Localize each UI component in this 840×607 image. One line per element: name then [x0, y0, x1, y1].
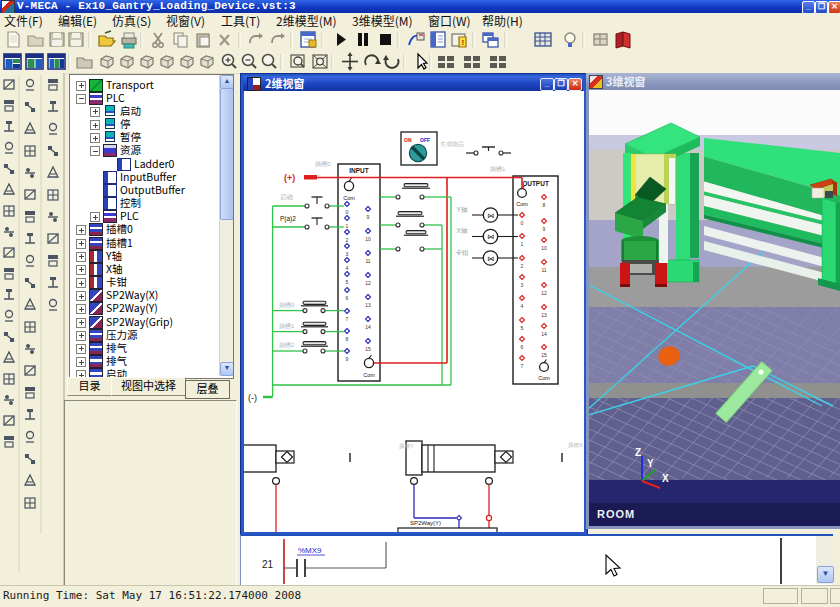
svg-text:(+): (+): [284, 173, 295, 183]
toolbar-view: [0, 51, 840, 74]
svg-text:SP2Way(Y): SP2Way(Y): [410, 520, 441, 526]
ladder-window: 21%MX9 ▼: [240, 534, 833, 588]
layer-panel: [64, 400, 237, 586]
svg-text:4: 4: [346, 265, 349, 271]
svg-text:6: 6: [521, 344, 524, 350]
window-3d: 3维视窗 ZYXROOM: [586, 73, 840, 529]
v-meca-application: V-MECA - Ex10_Gantry_Loading_Device.vst:…: [0, 0, 840, 607]
window-3d-canvas: ZYXROOM: [589, 90, 840, 526]
status-bar: Running Time: Sat May 17 16:51:22.174000…: [0, 585, 840, 607]
svg-text:8: 8: [543, 202, 546, 208]
svg-text:P(a)2: P(a)2: [280, 215, 296, 223]
window-3d-titlebar: 3维视窗: [586, 73, 840, 90]
svg-text:12: 12: [541, 290, 547, 296]
svg-text:9: 9: [543, 226, 546, 232]
svg-text:0: 0: [521, 220, 524, 226]
svg-text:%MX9: %MX9: [298, 546, 322, 555]
svg-text:5: 5: [521, 325, 524, 331]
svg-text:15: 15: [541, 352, 547, 358]
svg-text:ON: ON: [404, 137, 412, 143]
svg-text:ROOM: ROOM: [597, 508, 635, 520]
window-2d-titlebar: 2维视窗 _ ❐ ✕: [243, 76, 583, 91]
svg-text:OFF: OFF: [420, 137, 430, 143]
svg-text:⋈: ⋈: [487, 212, 494, 219]
svg-text:Z: Z: [635, 447, 641, 458]
svg-text:卡钳: 卡钳: [455, 249, 470, 256]
svg-text:4: 4: [521, 303, 524, 309]
left-toolbars: [0, 73, 66, 585]
svg-text:X轴: X轴: [457, 227, 468, 235]
svg-text:Com: Com: [343, 195, 355, 201]
svg-text:7: 7: [346, 316, 349, 322]
ladder-scrollbar: ▼: [816, 536, 833, 584]
svg-text:9: 9: [346, 356, 349, 362]
window-2d: 2维视窗 _ ❐ ✕ (-)INPUTCom012345678991011121…: [240, 73, 588, 536]
svg-text:(-): (-): [248, 393, 257, 403]
svg-text:插槽X: 插槽X: [568, 442, 583, 449]
svg-text:10: 10: [365, 236, 371, 242]
window-2d-canvas: (-)INPUTCom01234567899101112131415ComOUT…: [244, 91, 584, 532]
svg-text:⋈: ⋈: [487, 233, 494, 240]
svg-text:13: 13: [541, 312, 547, 318]
svg-text:INPUT: INPUT: [349, 167, 369, 174]
svg-text:插槽1: 插槽1: [490, 166, 506, 173]
svg-text:启动: 启动: [280, 193, 293, 201]
svg-text:14: 14: [365, 324, 371, 330]
svg-text:OUTPUT: OUTPUT: [522, 180, 549, 187]
svg-text:Com: Com: [516, 201, 528, 207]
svg-text:0: 0: [346, 209, 349, 215]
svg-text:2: 2: [521, 263, 524, 269]
svg-text:11: 11: [365, 258, 370, 264]
svg-text:3: 3: [346, 251, 349, 257]
toolbar-standard: !: [0, 29, 840, 51]
svg-text:插槽1: 插槽1: [279, 323, 295, 330]
svg-text:X: X: [662, 473, 669, 484]
svg-text:6: 6: [346, 295, 349, 301]
svg-text:9: 9: [367, 214, 370, 220]
svg-text:Com: Com: [363, 372, 375, 378]
svg-text:Y轴: Y轴: [457, 206, 468, 214]
svg-text:插槽0: 插槽0: [279, 302, 295, 309]
svg-text:⋈: ⋈: [487, 255, 494, 262]
svg-text:21: 21: [262, 559, 274, 570]
svg-text:Com: Com: [538, 375, 550, 381]
svg-text:13: 13: [365, 302, 371, 308]
svg-text:3: 3: [521, 282, 524, 288]
svg-text:1: 1: [521, 241, 524, 247]
svg-text:插槽0: 插槽0: [315, 161, 331, 168]
svg-text:10: 10: [541, 245, 547, 251]
project-tree: TransportPLC启动停暂停资源Ladder0InputBufferOut…: [69, 74, 234, 379]
svg-text:11: 11: [541, 267, 546, 273]
svg-text:12: 12: [365, 280, 371, 286]
svg-text:7: 7: [521, 363, 524, 369]
svg-text:5: 5: [346, 279, 349, 285]
svg-text:生成物品: 生成物品: [440, 140, 464, 148]
svg-text:14: 14: [541, 331, 547, 337]
svg-text:!: !: [462, 38, 465, 47]
svg-text:1: 1: [346, 223, 349, 229]
tree-scrollbar: ▲ ▼: [219, 75, 233, 376]
svg-text:8: 8: [346, 336, 349, 342]
svg-text:插槽2: 插槽2: [279, 342, 295, 349]
svg-text:2: 2: [346, 237, 349, 243]
menu-bar: 文件(F) 编辑(E) 仿真(S) 视窗(V) 工具(T) 2维模型(M) 3维…: [0, 13, 840, 30]
tree-tabs: 目录 视图中选择 层叠: [66, 377, 236, 399]
svg-text:Y: Y: [647, 458, 654, 469]
svg-text:插槽Y: 插槽Y: [399, 443, 414, 450]
svg-text:15: 15: [365, 346, 371, 352]
